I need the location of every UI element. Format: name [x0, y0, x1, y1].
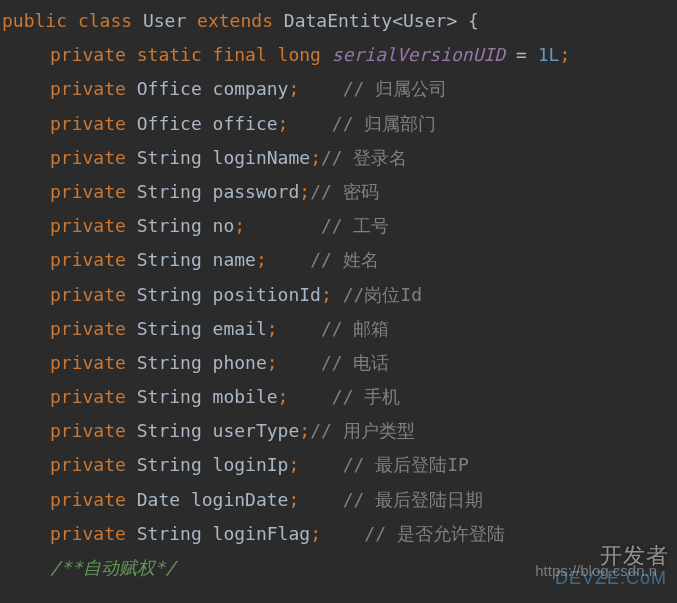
kw-public: public: [2, 10, 67, 31]
field-comment: //岗位Id: [343, 284, 422, 305]
field-name: name: [213, 249, 256, 270]
field-name: password: [213, 181, 300, 202]
semicolon: ;: [278, 386, 289, 407]
field-type: Office: [137, 78, 202, 99]
kw-private: private: [50, 147, 126, 168]
field-line: private Office office; // 归属部门: [0, 107, 677, 141]
kw-private: private: [50, 386, 126, 407]
field-comment: // 归属公司: [343, 78, 448, 99]
field-comment: // 工号: [321, 215, 390, 236]
field-name: loginName: [213, 147, 311, 168]
generic-type-highlight: User: [403, 10, 446, 31]
semicolon: ;: [299, 420, 310, 441]
field-name: email: [213, 318, 267, 339]
field-line: private String loginFlag; // 是否允许登陆: [0, 517, 677, 551]
semicolon: ;: [288, 454, 299, 475]
field-name: no: [213, 215, 235, 236]
kw-private: private: [50, 523, 126, 544]
semicolon: ;: [299, 181, 310, 202]
field-type: Office: [137, 113, 202, 134]
semicolon: ;: [288, 78, 299, 99]
semicolon: ;: [321, 284, 332, 305]
semicolon: ;: [256, 249, 267, 270]
field-line: private String name; // 姓名: [0, 243, 677, 277]
field-comment: // 用户类型: [310, 420, 415, 441]
semicolon: ;: [234, 215, 245, 236]
semicolon: ;: [278, 113, 289, 134]
brace-open: {: [468, 10, 479, 31]
semicolon: ;: [267, 318, 278, 339]
fields-container: private Office company; // 归属公司private O…: [0, 72, 677, 551]
field-type: String: [137, 352, 202, 373]
field-line: private String mobile; // 手机: [0, 380, 677, 414]
field-comment: // 是否允许登陆: [364, 523, 505, 544]
field-name: positionId: [213, 284, 321, 305]
kw-private: private: [50, 215, 126, 236]
field-type: String: [137, 284, 202, 305]
watermark-url: https://blog.csdn.n: [535, 557, 657, 586]
field-comment: // 登录名: [321, 147, 408, 168]
field-line: private String password;// 密码: [0, 175, 677, 209]
field-comment: // 最后登陆IP: [343, 454, 469, 475]
field-type: String: [137, 318, 202, 339]
kw-private: private: [50, 181, 126, 202]
class-name-highlight: User: [143, 10, 186, 31]
field-type: String: [137, 147, 202, 168]
field-type: String: [137, 420, 202, 441]
field-line: private String no; // 工号: [0, 209, 677, 243]
field-line: private Date loginDate; // 最后登陆日期: [0, 483, 677, 517]
angle-open: <: [392, 10, 403, 31]
kw-private: private: [50, 489, 126, 510]
angle-close: >: [446, 10, 457, 31]
field-name: office: [213, 113, 278, 134]
kw-private: private: [50, 454, 126, 475]
field-type: String: [137, 215, 202, 236]
field-type: Date: [137, 489, 180, 510]
field-comment: // 密码: [310, 181, 379, 202]
kw-private: private: [50, 284, 126, 305]
field-line: private Office company; // 归属公司: [0, 72, 677, 106]
field-name: userType: [213, 420, 300, 441]
semicolon: ;: [288, 489, 299, 510]
field-comment: // 姓名: [310, 249, 379, 270]
kw-private: private: [50, 78, 126, 99]
field-comment: // 电话: [321, 352, 390, 373]
field-line: private String loginName;// 登录名: [0, 141, 677, 175]
semicolon: ;: [310, 147, 321, 168]
kw-private: private: [50, 113, 126, 134]
field-type: String: [137, 386, 202, 407]
field-line: private String email; // 邮箱: [0, 312, 677, 346]
field-type: String: [137, 454, 202, 475]
field-line: private String loginIp; // 最后登陆IP: [0, 448, 677, 482]
field-line: private String positionId; //岗位Id: [0, 278, 677, 312]
field-comment: // 最后登陆日期: [343, 489, 484, 510]
semicolon: ;: [267, 352, 278, 373]
field-name: mobile: [213, 386, 278, 407]
serial-line: private static final long serialVersionU…: [0, 38, 677, 72]
base-class: DataEntity: [284, 10, 392, 31]
kw-class: class: [78, 10, 132, 31]
kw-private: private: [50, 318, 126, 339]
field-line: private String userType;// 用户类型: [0, 414, 677, 448]
field-name: loginIp: [213, 454, 289, 475]
field-type: String: [137, 523, 202, 544]
field-comment: // 归属部门: [332, 113, 437, 134]
kw-private: private: [50, 420, 126, 441]
kw-private: private: [50, 352, 126, 373]
field-type: String: [137, 249, 202, 270]
semicolon: ;: [310, 523, 321, 544]
field-comment: // 邮箱: [321, 318, 390, 339]
field-type: String: [137, 181, 202, 202]
field-name: loginFlag: [213, 523, 311, 544]
serial-field: serialVersionUID: [332, 44, 505, 65]
kw-private: private: [50, 249, 126, 270]
field-name: phone: [213, 352, 267, 373]
field-line: private String phone; // 电话: [0, 346, 677, 380]
field-name: loginDate: [191, 489, 289, 510]
auto-comment: /**自动赋权*/: [50, 557, 176, 578]
field-comment: // 手机: [332, 386, 401, 407]
class-declaration: public class User extends DataEntity<Use…: [0, 4, 677, 38]
field-name: company: [213, 78, 289, 99]
kw-extends: extends: [197, 10, 273, 31]
